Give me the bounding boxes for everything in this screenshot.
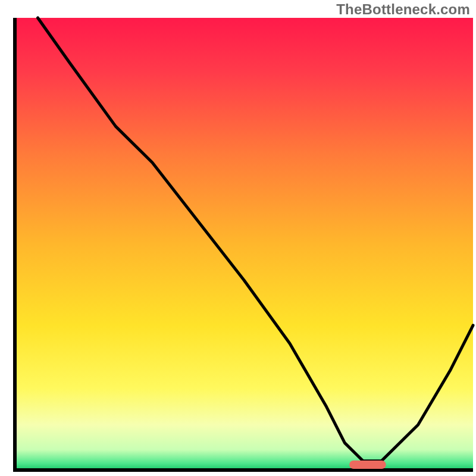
chart-container: TheBottleneck.com bbox=[0, 0, 476, 476]
optimal-marker bbox=[349, 461, 386, 469]
plot-background bbox=[15, 18, 473, 470]
bottleneck-plot bbox=[0, 0, 476, 476]
